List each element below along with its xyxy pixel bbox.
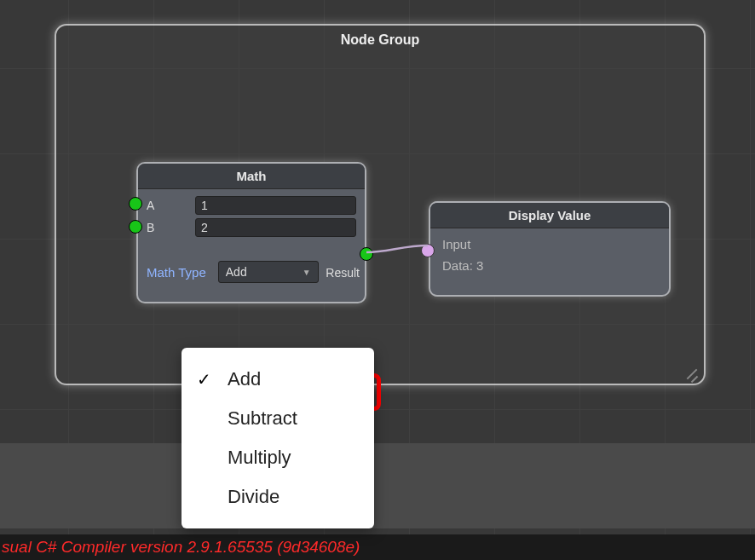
input-b-label: B [147,221,158,234]
menu-item-label: Divide [228,486,280,508]
math-type-label: Math Type [147,265,206,280]
display-data-value: Data: 3 [442,258,657,273]
display-input-label: Input [442,237,657,251]
node-group[interactable]: Node Group Math A B Result Math Type Add… [55,24,706,385]
status-text: sual C# Compiler version 2.9.1.65535 (9d… [2,538,360,556]
result-label: Result [326,266,360,280]
menu-item-label: Multiply [228,447,291,469]
menu-item-add[interactable]: ✓ Add [182,360,374,399]
math-type-menu: ✓ Add Subtract Multiply Divide [182,348,374,528]
math-node-title: Math [138,164,365,189]
math-type-value: Add [226,265,247,279]
menu-item-subtract[interactable]: Subtract [182,399,374,438]
menu-item-divide[interactable]: Divide [182,477,374,517]
menu-item-label: Add [228,368,261,390]
check-icon: ✓ [197,369,216,390]
status-bar: sual C# Compiler version 2.9.1.65535 (9d… [0,534,755,560]
math-node[interactable]: Math A B Result Math Type Add ▼ [136,162,366,303]
input-a-label: A [147,199,158,212]
math-type-dropdown[interactable]: Add ▼ [218,261,319,283]
display-node-title: Display Value [430,203,669,228]
input-a-field[interactable] [195,196,356,215]
menu-item-label: Subtract [228,407,297,430]
menu-item-multiply[interactable]: Multiply [182,438,374,477]
lower-panel [0,443,755,528]
chevron-down-icon: ▼ [303,268,311,277]
display-value-node[interactable]: Display Value Input Data: 3 [429,201,671,297]
input-b-field[interactable] [195,218,356,237]
node-group-title: Node Group [56,32,704,48]
resize-handle-icon[interactable] [680,361,699,380]
